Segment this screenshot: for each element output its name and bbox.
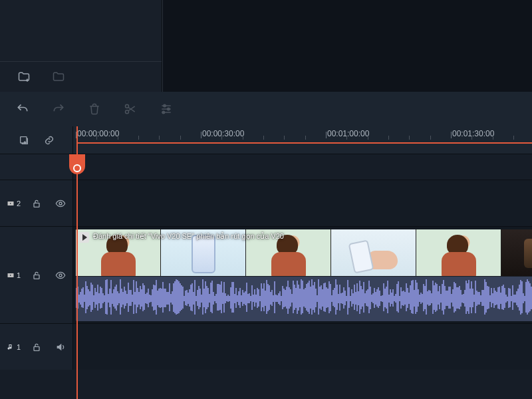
eye-icon[interactable] [53, 267, 68, 283]
svg-point-4 [162, 111, 164, 113]
folder-icon[interactable] [51, 69, 66, 85]
track-body-a1[interactable] [73, 323, 532, 370]
svg-rect-12 [34, 275, 39, 279]
track-body-v1[interactable]: Đánh giá chi tiết "Vivo V20 SE" phiên bả… [73, 226, 532, 323]
ruler-label: 00:01:30:00 [452, 129, 494, 138]
timeline-ruler[interactable]: 00:00:00:0000:00:30:0000:01:00:0000:01:3… [73, 126, 532, 154]
lock-icon[interactable] [29, 339, 45, 355]
clip-thumbnail [246, 229, 331, 276]
marker-strip [0, 154, 532, 180]
edit-toolbar [0, 92, 532, 126]
track-audio-1: 1 [0, 323, 532, 370]
track-video-1: 1 Đánh giá chi tiết "Vivo V20 SE" phiên … [0, 226, 532, 323]
track-body-v2[interactable] [73, 180, 532, 226]
clip-thumbnail [331, 229, 416, 276]
clip-thumbnail [501, 229, 532, 276]
clip-thumbnail [416, 229, 501, 276]
track-video-2: 2 [0, 180, 532, 226]
lock-icon[interactable] [29, 267, 45, 283]
media-overlay-icon[interactable] [16, 132, 32, 148]
track-header-v1: 1 [0, 226, 73, 323]
svg-point-1 [126, 110, 129, 114]
redo-icon[interactable] [51, 101, 66, 117]
clip-audio-waveform [76, 276, 532, 321]
scissors-icon[interactable] [122, 101, 138, 117]
folder-add-icon[interactable] [16, 69, 32, 85]
svg-point-2 [164, 104, 166, 106]
lock-icon[interactable] [29, 196, 45, 211]
svg-rect-8 [34, 203, 39, 207]
track-index: 2 [17, 200, 21, 207]
track-type-audio-icon: 1 [7, 343, 21, 351]
track-type-video-icon: 2 [7, 200, 21, 207]
clip-play-icon [78, 232, 89, 243]
track-header-v2: 2 [0, 180, 73, 226]
ruler-label: 00:00:00:00 [77, 129, 119, 138]
svg-rect-14 [34, 346, 39, 350]
eye-icon[interactable] [53, 196, 68, 211]
timeline: 00:00:00:0000:00:30:0000:01:00:0000:01:3… [0, 126, 532, 399]
svg-point-0 [126, 104, 129, 108]
svg-point-3 [168, 108, 170, 110]
sliders-icon[interactable] [158, 101, 174, 117]
timeline-ruler-row: 00:00:00:0000:00:30:0000:01:00:0000:01:3… [0, 126, 532, 154]
track-header-a1: 1 [0, 323, 73, 370]
link-chain-icon[interactable] [41, 132, 57, 148]
track-type-video-icon: 1 [7, 271, 21, 279]
preview-panel [162, 0, 532, 92]
svg-point-13 [59, 274, 62, 277]
upper-panel [0, 0, 532, 92]
tracks-container: 2 1 [0, 180, 532, 399]
ruler-label: 00:00:30:00 [202, 129, 244, 138]
media-panel [0, 0, 162, 92]
ruler-label: 00:01:00:00 [327, 129, 369, 138]
clip-thumbnail [161, 229, 246, 276]
video-clip[interactable]: Đánh giá chi tiết "Vivo V20 SE" phiên bả… [76, 229, 532, 321]
track-index: 1 [17, 271, 21, 279]
ruler-gutter [0, 126, 73, 154]
svg-point-9 [59, 202, 62, 205]
speaker-icon[interactable] [53, 339, 68, 355]
undo-icon[interactable] [15, 101, 31, 117]
delete-icon[interactable] [86, 101, 102, 117]
track-index: 1 [17, 343, 21, 351]
media-dock [0, 61, 162, 92]
